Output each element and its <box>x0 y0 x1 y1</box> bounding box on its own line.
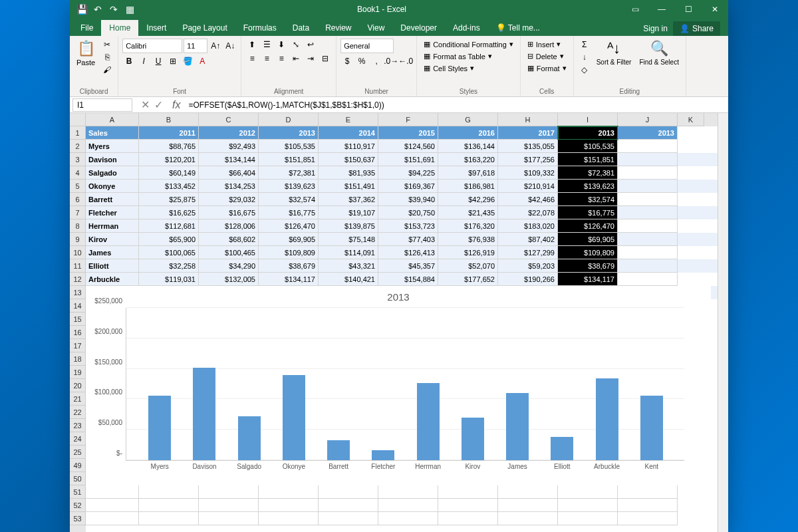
cell-value[interactable]: $21,435 <box>438 206 498 219</box>
paste-button[interactable]: 📋Paste <box>74 39 98 68</box>
chart-bar[interactable] <box>462 418 484 460</box>
cell-I[interactable]: $69,905 <box>558 233 618 246</box>
tab-view[interactable]: View <box>360 20 393 36</box>
font-size-select[interactable] <box>184 39 207 53</box>
col-header-I[interactable]: I <box>558 113 618 126</box>
cell-value[interactable]: $163,220 <box>438 153 498 166</box>
cell-name[interactable]: James <box>86 246 139 259</box>
cell-empty[interactable] <box>86 512 139 525</box>
cell-value[interactable]: $66,404 <box>199 166 259 180</box>
cell-empty[interactable] <box>618 246 678 259</box>
align-left-icon[interactable]: ≡ <box>245 53 259 65</box>
cell-value[interactable]: $88,765 <box>139 140 199 153</box>
cell-empty[interactable] <box>259 512 319 525</box>
cell-value[interactable]: $37,362 <box>319 193 378 206</box>
align-right-icon[interactable]: ≡ <box>275 53 288 65</box>
cell-value[interactable]: $151,491 <box>319 180 378 193</box>
cell-empty[interactable] <box>259 499 319 512</box>
cell-I[interactable]: $134,117 <box>558 273 618 286</box>
cell-value[interactable]: $60,149 <box>139 166 199 180</box>
close-button[interactable]: ✕ <box>702 0 728 19</box>
cell-value[interactable]: $32,258 <box>139 259 199 273</box>
row-header[interactable]: 17 <box>70 339 86 352</box>
cell-empty[interactable] <box>378 512 438 525</box>
cell-empty[interactable] <box>618 140 678 153</box>
row-header[interactable]: 6 <box>70 193 86 206</box>
format-as-table-button[interactable]: ▦ Format as Table ▾ <box>421 51 495 62</box>
cell-name[interactable]: Barrett <box>86 193 139 206</box>
cell-value[interactable]: $29,032 <box>199 193 259 206</box>
cell-empty[interactable] <box>558 499 618 512</box>
cell-empty[interactable] <box>618 499 678 512</box>
merge-icon[interactable]: ⊟ <box>319 53 332 65</box>
cell-sales-header[interactable]: Sales <box>86 126 139 140</box>
cell-empty[interactable] <box>618 153 678 166</box>
cell-empty[interactable] <box>86 485 139 499</box>
tab-addins[interactable]: Add-ins <box>445 20 488 36</box>
cell-value[interactable]: $190,266 <box>498 273 558 286</box>
italic-button[interactable]: I <box>137 55 150 67</box>
row-header[interactable]: 15 <box>70 313 86 326</box>
decrease-decimal-icon[interactable]: ←.0 <box>399 55 412 67</box>
cell-empty[interactable] <box>139 512 199 525</box>
cell-value[interactable]: $94,225 <box>378 166 438 180</box>
cell-value[interactable]: $132,005 <box>199 273 259 286</box>
chart-bar[interactable] <box>238 416 261 460</box>
cell-year-header[interactable]: 2015 <box>378 126 438 140</box>
cell-value[interactable]: $153,723 <box>378 219 438 233</box>
row-header[interactable]: 50 <box>70 472 86 485</box>
cell-value[interactable]: $126,919 <box>438 246 498 259</box>
cell-value[interactable]: $100,065 <box>139 246 199 259</box>
cell-empty[interactable] <box>618 180 678 193</box>
chart-bar[interactable] <box>596 378 618 460</box>
cell-empty[interactable] <box>558 485 618 499</box>
cell-value[interactable]: $32,574 <box>259 193 319 206</box>
row-header[interactable]: 13 <box>70 286 86 299</box>
cell-value[interactable]: $135,055 <box>498 140 558 153</box>
chart-bar[interactable] <box>640 396 663 460</box>
cell-value[interactable]: $52,070 <box>438 259 498 273</box>
chart-bar[interactable] <box>417 383 440 460</box>
row-header[interactable]: 9 <box>70 233 86 246</box>
cell-value[interactable]: $169,367 <box>378 180 438 193</box>
row-header[interactable]: 8 <box>70 219 86 233</box>
cell-empty[interactable] <box>498 485 558 499</box>
row-header[interactable]: 3 <box>70 153 86 166</box>
tab-data[interactable]: Data <box>285 20 317 36</box>
cell-value[interactable]: $119,031 <box>139 273 199 286</box>
grid-area[interactable]: ABCDEFGHIJK Sales20112012201320142015201… <box>86 113 718 532</box>
fx-icon[interactable]: fx <box>168 99 184 111</box>
col-header-F[interactable]: F <box>378 113 438 126</box>
bold-button[interactable]: B <box>122 55 136 67</box>
cell-value[interactable]: $87,402 <box>498 233 558 246</box>
number-format-select[interactable] <box>340 39 394 53</box>
cell-name[interactable]: Davison <box>86 153 139 166</box>
cell-I1[interactable]: 2013 <box>558 126 618 140</box>
col-header-E[interactable]: E <box>319 113 378 126</box>
row-header[interactable]: 21 <box>70 392 86 406</box>
cell-value[interactable]: $177,256 <box>498 153 558 166</box>
cell-value[interactable]: $42,466 <box>498 193 558 206</box>
cell-empty[interactable] <box>378 499 438 512</box>
cell-value[interactable]: $177,652 <box>438 273 498 286</box>
row-header[interactable]: 22 <box>70 406 86 419</box>
cell-empty[interactable] <box>618 259 678 273</box>
cell-empty[interactable] <box>378 485 438 499</box>
font-color-icon[interactable]: A <box>196 55 209 67</box>
row-header[interactable]: 51 <box>70 485 86 499</box>
increase-indent-icon[interactable]: ⇥ <box>304 53 317 65</box>
cell-value[interactable]: $38,679 <box>259 259 319 273</box>
row-header[interactable]: 18 <box>70 352 86 366</box>
cell-value[interactable]: $124,560 <box>378 140 438 153</box>
cell-I[interactable]: $139,623 <box>558 180 618 193</box>
cell-value[interactable]: $120,201 <box>139 153 199 166</box>
touch-mode-icon[interactable]: ▦ <box>123 3 136 16</box>
cell-name[interactable]: Myers <box>86 140 139 153</box>
cell-value[interactable]: $176,320 <box>438 219 498 233</box>
tab-review[interactable]: Review <box>317 20 359 36</box>
chart-bar[interactable] <box>372 450 394 460</box>
row-header[interactable]: 20 <box>70 379 86 392</box>
col-header-H[interactable]: H <box>498 113 558 126</box>
tab-page-layout[interactable]: Page Layout <box>174 20 235 36</box>
cell-value[interactable]: $22,078 <box>498 206 558 219</box>
